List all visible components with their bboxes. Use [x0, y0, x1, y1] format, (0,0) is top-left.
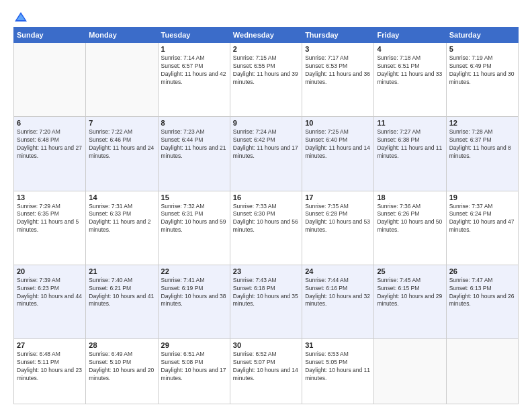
calendar-cell: 20Sunrise: 7:39 AM Sunset: 6:23 PM Dayli…: [14, 265, 86, 338]
day-number: 31: [305, 341, 371, 349]
col-header-monday: Monday: [86, 28, 158, 43]
calendar-cell: 30Sunrise: 6:52 AM Sunset: 5:07 PM Dayli…: [230, 339, 302, 404]
calendar-cell: 1Sunrise: 7:14 AM Sunset: 6:57 PM Daylig…: [158, 43, 230, 117]
day-number: 21: [89, 267, 154, 275]
day-number: 6: [17, 119, 83, 127]
day-number: 20: [17, 267, 83, 275]
day-number: 7: [89, 119, 154, 127]
calendar-cell: 24Sunrise: 7:44 AM Sunset: 6:16 PM Dayli…: [302, 265, 374, 338]
day-info: Sunrise: 7:44 AM Sunset: 6:16 PM Dayligh…: [305, 277, 371, 309]
calendar-cell: 16Sunrise: 7:33 AM Sunset: 6:30 PM Dayli…: [230, 191, 302, 265]
day-number: 15: [161, 193, 227, 201]
day-info: Sunrise: 6:51 AM Sunset: 5:08 PM Dayligh…: [161, 351, 227, 383]
day-info: Sunrise: 7:28 AM Sunset: 6:37 PM Dayligh…: [449, 128, 515, 161]
week-row-3: 13Sunrise: 7:29 AM Sunset: 6:35 PM Dayli…: [14, 191, 519, 265]
day-number: 25: [377, 267, 443, 275]
calendar-cell: 12Sunrise: 7:28 AM Sunset: 6:37 PM Dayli…: [446, 117, 518, 191]
col-header-sunday: Sunday: [14, 28, 86, 43]
calendar-cell: 31Sunrise: 6:53 AM Sunset: 5:05 PM Dayli…: [302, 339, 374, 404]
day-info: Sunrise: 7:27 AM Sunset: 6:38 PM Dayligh…: [377, 128, 443, 161]
calendar-cell: 21Sunrise: 7:40 AM Sunset: 6:21 PM Dayli…: [86, 265, 158, 338]
calendar-cell: [374, 339, 446, 404]
calendar-cell: 17Sunrise: 7:35 AM Sunset: 6:28 PM Dayli…: [302, 191, 374, 265]
logo-icon: [15, 11, 27, 23]
day-info: Sunrise: 7:32 AM Sunset: 6:31 PM Dayligh…: [161, 203, 227, 235]
day-info: Sunrise: 7:39 AM Sunset: 6:23 PM Dayligh…: [17, 277, 83, 309]
calendar-cell: [86, 43, 158, 117]
week-row-4: 20Sunrise: 7:39 AM Sunset: 6:23 PM Dayli…: [14, 265, 519, 338]
day-info: Sunrise: 6:52 AM Sunset: 5:07 PM Dayligh…: [233, 351, 299, 383]
day-number: 11: [377, 119, 443, 127]
day-number: 1: [161, 45, 227, 53]
calendar-cell: 18Sunrise: 7:36 AM Sunset: 6:26 PM Dayli…: [374, 191, 446, 265]
calendar-cell: 13Sunrise: 7:29 AM Sunset: 6:35 PM Dayli…: [14, 191, 86, 265]
day-number: 29: [161, 341, 227, 349]
day-number: 9: [233, 119, 299, 127]
col-header-saturday: Saturday: [446, 28, 518, 43]
calendar-cell: 10Sunrise: 7:25 AM Sunset: 6:40 PM Dayli…: [302, 117, 374, 191]
calendar-cell: 7Sunrise: 7:22 AM Sunset: 6:46 PM Daylig…: [86, 117, 158, 191]
day-info: Sunrise: 7:14 AM Sunset: 6:57 PM Dayligh…: [161, 54, 227, 87]
day-info: Sunrise: 7:19 AM Sunset: 6:49 PM Dayligh…: [449, 54, 515, 87]
day-info: Sunrise: 7:45 AM Sunset: 6:15 PM Dayligh…: [377, 277, 443, 309]
header: [13, 11, 519, 21]
col-header-friday: Friday: [374, 28, 446, 43]
day-number: 23: [233, 267, 299, 275]
calendar-cell: 5Sunrise: 7:19 AM Sunset: 6:49 PM Daylig…: [446, 43, 518, 117]
calendar-cell: 4Sunrise: 7:18 AM Sunset: 6:51 PM Daylig…: [374, 43, 446, 117]
day-number: 2: [233, 45, 299, 53]
day-number: 17: [305, 193, 371, 201]
day-number: 3: [305, 45, 371, 53]
day-info: Sunrise: 7:18 AM Sunset: 6:51 PM Dayligh…: [377, 54, 443, 87]
day-number: 26: [449, 267, 515, 275]
calendar-header: SundayMondayTuesdayWednesdayThursdayFrid…: [14, 28, 519, 43]
calendar-cell: 27Sunrise: 6:48 AM Sunset: 5:11 PM Dayli…: [14, 339, 86, 404]
header-row: SundayMondayTuesdayWednesdayThursdayFrid…: [14, 28, 519, 43]
day-number: 5: [449, 45, 515, 53]
day-number: 16: [233, 193, 299, 201]
day-info: Sunrise: 7:40 AM Sunset: 6:21 PM Dayligh…: [89, 277, 154, 309]
calendar-table: SundayMondayTuesdayWednesdayThursdayFrid…: [13, 27, 519, 404]
calendar-cell: 11Sunrise: 7:27 AM Sunset: 6:38 PM Dayli…: [374, 117, 446, 191]
calendar-cell: 9Sunrise: 7:24 AM Sunset: 6:42 PM Daylig…: [230, 117, 302, 191]
day-number: 28: [89, 341, 154, 349]
calendar-cell: 2Sunrise: 7:15 AM Sunset: 6:55 PM Daylig…: [230, 43, 302, 117]
day-info: Sunrise: 7:43 AM Sunset: 6:18 PM Dayligh…: [233, 277, 299, 309]
day-number: 19: [449, 193, 515, 201]
page: SundayMondayTuesdayWednesdayThursdayFrid…: [0, 0, 532, 411]
calendar-cell: 26Sunrise: 7:47 AM Sunset: 6:13 PM Dayli…: [446, 265, 518, 338]
day-number: 12: [449, 119, 515, 127]
day-info: Sunrise: 7:36 AM Sunset: 6:26 PM Dayligh…: [377, 203, 443, 235]
day-info: Sunrise: 7:22 AM Sunset: 6:46 PM Dayligh…: [89, 128, 154, 161]
day-info: Sunrise: 7:25 AM Sunset: 6:40 PM Dayligh…: [305, 128, 371, 161]
calendar-cell: [14, 43, 86, 117]
day-info: Sunrise: 6:53 AM Sunset: 5:05 PM Dayligh…: [305, 351, 371, 383]
calendar-cell: [446, 339, 518, 404]
col-header-wednesday: Wednesday: [230, 28, 302, 43]
day-number: 30: [233, 341, 299, 349]
col-header-thursday: Thursday: [302, 28, 374, 43]
day-info: Sunrise: 7:15 AM Sunset: 6:55 PM Dayligh…: [233, 54, 299, 87]
day-info: Sunrise: 6:48 AM Sunset: 5:11 PM Dayligh…: [17, 351, 83, 383]
calendar-cell: 14Sunrise: 7:31 AM Sunset: 6:33 PM Dayli…: [86, 191, 158, 265]
col-header-tuesday: Tuesday: [158, 28, 230, 43]
calendar-cell: 6Sunrise: 7:20 AM Sunset: 6:48 PM Daylig…: [14, 117, 86, 191]
day-info: Sunrise: 7:17 AM Sunset: 6:53 PM Dayligh…: [305, 54, 371, 87]
logo: [13, 11, 27, 21]
day-number: 22: [161, 267, 227, 275]
day-info: Sunrise: 7:37 AM Sunset: 6:24 PM Dayligh…: [449, 203, 515, 235]
day-number: 10: [305, 119, 371, 127]
day-info: Sunrise: 6:49 AM Sunset: 5:10 PM Dayligh…: [89, 351, 154, 383]
calendar-cell: 29Sunrise: 6:51 AM Sunset: 5:08 PM Dayli…: [158, 339, 230, 404]
day-number: 13: [17, 193, 83, 201]
day-info: Sunrise: 7:24 AM Sunset: 6:42 PM Dayligh…: [233, 128, 299, 161]
week-row-1: 1Sunrise: 7:14 AM Sunset: 6:57 PM Daylig…: [14, 43, 519, 117]
day-info: Sunrise: 7:23 AM Sunset: 6:44 PM Dayligh…: [161, 128, 227, 161]
calendar-cell: 25Sunrise: 7:45 AM Sunset: 6:15 PM Dayli…: [374, 265, 446, 338]
day-number: 18: [377, 193, 443, 201]
calendar-body: 1Sunrise: 7:14 AM Sunset: 6:57 PM Daylig…: [14, 43, 519, 404]
day-number: 14: [89, 193, 154, 201]
calendar-cell: 22Sunrise: 7:41 AM Sunset: 6:19 PM Dayli…: [158, 265, 230, 338]
calendar-cell: 23Sunrise: 7:43 AM Sunset: 6:18 PM Dayli…: [230, 265, 302, 338]
day-number: 27: [17, 341, 83, 349]
